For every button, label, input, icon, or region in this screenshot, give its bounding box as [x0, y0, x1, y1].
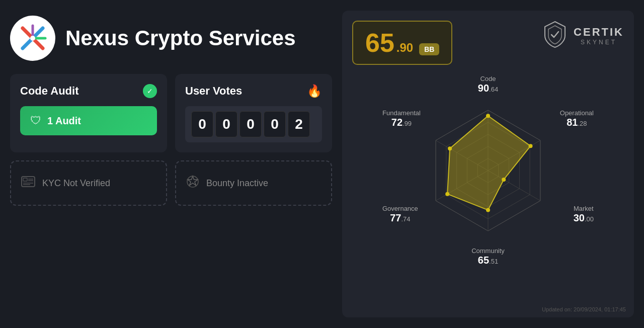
radar-community-label: Community 65.51 — [471, 247, 505, 266]
logo-icon — [18, 23, 48, 53]
user-votes-header: User Votes 🔥 — [185, 84, 322, 98]
bottom-cards-row: KYC Not Verified Bounty Inactive — [10, 160, 332, 206]
page-title: Nexus Crypto Services — [65, 26, 296, 50]
radar-operational-label: Operational 81.28 — [560, 109, 594, 128]
bounty-icon — [186, 175, 199, 191]
radar-svg — [413, 95, 564, 246]
bounty-card: Bounty Inactive — [175, 160, 332, 206]
certik-logo: CERTIK SKYNET — [542, 21, 624, 50]
svg-rect-6 — [23, 178, 27, 181]
score-decimal: .90 — [396, 41, 413, 55]
svg-point-4 — [30, 36, 35, 41]
header: Nexus Crypto Services — [10, 11, 332, 66]
certik-shield-icon — [542, 21, 568, 50]
score-main: 65 — [365, 28, 394, 58]
shield-icon: 🛡 — [30, 114, 41, 127]
kyc-card: KYC Not Verified — [10, 160, 167, 206]
audit-count: 1 Audit — [47, 115, 81, 127]
user-votes-card: User Votes 🔥 0 0 0 0 2 — [175, 74, 332, 152]
digit-5: 2 — [288, 111, 310, 137]
svg-point-28 — [445, 192, 449, 196]
svg-point-26 — [502, 178, 506, 182]
user-votes-title: User Votes — [185, 85, 242, 98]
score-badge: BB — [419, 43, 439, 55]
svg-marker-23 — [447, 116, 530, 210]
cards-row: Code Audit ✓ 🛡 1 Audit User Votes 🔥 0 0 … — [10, 74, 332, 152]
radar-chart: Code 90.64 Operational 81.28 Market 30.0… — [382, 75, 594, 266]
svg-point-11 — [187, 176, 198, 187]
check-icon: ✓ — [143, 84, 157, 98]
code-audit-header: Code Audit ✓ — [20, 84, 157, 98]
code-audit-card: Code Audit ✓ 🛡 1 Audit — [10, 74, 167, 152]
vote-counter: 0 0 0 0 2 — [185, 106, 322, 142]
main-container: Nexus Crypto Services Code Audit ✓ 🛡 1 A… — [10, 11, 634, 317]
logo — [10, 16, 55, 61]
digit-3: 0 — [239, 111, 262, 137]
bounty-label: Bounty Inactive — [206, 178, 268, 189]
svg-point-29 — [448, 146, 452, 150]
score-header: 65 .90 BB CERTIK SKYNET — [352, 21, 624, 65]
radar-governance-label: Governance 77.74 — [382, 205, 418, 224]
radar-fundamental-label: Fundamental 72.99 — [382, 109, 421, 128]
svg-point-24 — [486, 114, 490, 118]
certik-name: CERTIK — [574, 26, 624, 39]
right-panel: 65 .90 BB CERTIK SKYNET — [342, 11, 634, 317]
kyc-icon — [21, 176, 35, 190]
kyc-label: KYC Not Verified — [42, 178, 110, 189]
svg-point-25 — [529, 144, 533, 148]
digit-2: 0 — [215, 111, 237, 137]
audit-box[interactable]: 🛡 1 Audit — [20, 106, 157, 135]
code-audit-title: Code Audit — [20, 85, 79, 98]
left-panel: Nexus Crypto Services Code Audit ✓ 🛡 1 A… — [10, 11, 332, 317]
certik-text: CERTIK SKYNET — [574, 26, 624, 46]
score-box: 65 .90 BB — [352, 21, 452, 65]
fire-icon: 🔥 — [307, 84, 322, 98]
svg-point-27 — [486, 208, 490, 212]
digit-1: 0 — [191, 111, 213, 137]
updated-timestamp: Updated on: 20/09/2024, 01:17:45 — [542, 306, 626, 312]
radar-code-label: Code 90.64 — [478, 75, 498, 94]
digit-4: 0 — [264, 111, 286, 137]
certik-sub: SKYNET — [574, 39, 624, 46]
radar-market-label: Market 30.00 — [574, 205, 594, 224]
